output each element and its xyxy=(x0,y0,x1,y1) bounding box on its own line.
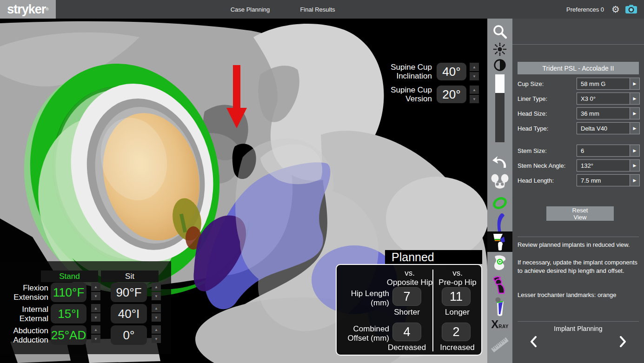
hip-length-opposite-caption: Shorter xyxy=(381,308,433,317)
flexion-sit-down-button[interactable]: ▼ xyxy=(152,292,161,300)
chevron-right-icon[interactable]: ▶ xyxy=(630,93,639,104)
hip-length-preop-caption: Longer xyxy=(435,308,479,317)
version-down-button[interactable]: ▼ xyxy=(470,95,479,103)
gear-icon[interactable]: ⚙ xyxy=(611,0,620,19)
head-length-label: Head Length: xyxy=(518,174,576,186)
rotation-sit-up-button[interactable]: ▲ xyxy=(152,304,161,312)
supine-inclination-stepper: ▲ ▼ xyxy=(470,63,479,80)
flexion-stand-stepper: ▲ ▼ xyxy=(91,283,100,300)
pelvis-icon[interactable] xyxy=(487,172,512,192)
previous-step-button[interactable] xyxy=(526,335,540,349)
abduction-stand-up-button[interactable]: ▲ xyxy=(91,325,100,334)
instruction-paragraph-2: If necessary, update the implant compone… xyxy=(518,258,637,275)
tab-case-planning[interactable]: Case Planning xyxy=(215,0,285,19)
panel-divider-bottom xyxy=(518,321,639,322)
abduction-sit-value: 0° xyxy=(111,325,147,345)
3d-viewport: Supine Cup Inclination 40° ▲ ▼ Supine Cu… xyxy=(0,19,487,363)
opacity-slider-handle[interactable] xyxy=(495,74,505,93)
panel-divider-middle xyxy=(518,237,639,237)
next-step-button[interactable] xyxy=(616,335,630,349)
step-title: Implant Planning xyxy=(512,325,644,332)
flexion-stand-value: 110°F xyxy=(51,283,86,302)
liner-type-label: Liner Type: xyxy=(518,92,576,105)
app-root: stryker® Case Planning Final Results Pre… xyxy=(0,0,644,363)
pose-column-stand: Stand xyxy=(41,271,98,282)
flexion-stand-up-button[interactable]: ▲ xyxy=(91,283,100,291)
cup-icon[interactable] xyxy=(487,195,512,211)
reset-view-button[interactable]: Reset View xyxy=(546,206,614,221)
ruler-icon[interactable] xyxy=(487,332,512,358)
opacity-slider[interactable] xyxy=(495,74,505,142)
top-bar: stryker® Case Planning Final Results Pre… xyxy=(0,0,644,19)
inclination-down-button[interactable]: ▼ xyxy=(470,72,479,80)
hip-capsule-icon[interactable] xyxy=(487,275,512,296)
stem-femur-icon[interactable] xyxy=(487,297,512,317)
reduced-hip-icon-selected[interactable] xyxy=(487,231,512,252)
abduction-sit-stepper: ▲ ▼ xyxy=(152,325,161,343)
chevron-right-icon[interactable]: ▶ xyxy=(630,123,639,134)
rotation-sit-down-button[interactable]: ▼ xyxy=(152,313,161,322)
brightness-icon[interactable] xyxy=(487,42,512,57)
head-size-dropdown[interactable]: 36 mm ▶ xyxy=(577,107,640,119)
chevron-right-icon[interactable]: ▶ xyxy=(630,175,639,186)
xray-icon[interactable]: XRAY xyxy=(487,318,512,331)
supine-version-label: Supine Cup Version xyxy=(388,86,432,103)
rotation-stand-up-button[interactable]: ▲ xyxy=(91,304,100,312)
flexion-sit-value: 90°F xyxy=(111,283,147,302)
supine-version-value: 20° xyxy=(437,86,466,103)
preferences-button[interactable]: Preferences 0 xyxy=(566,0,604,19)
tab-final-results[interactable]: Final Results xyxy=(285,0,351,19)
version-up-button[interactable]: ▲ xyxy=(470,86,479,94)
head-type-dropdown[interactable]: Delta V40 ▶ xyxy=(577,122,640,134)
supine-inclination-label: Supine Cup Inclination xyxy=(388,63,432,80)
cup-placement-icon[interactable] xyxy=(487,254,512,274)
supine-inclination-row: Supine Cup Inclination 40° ▲ ▼ xyxy=(388,63,479,80)
liner-type-dropdown[interactable]: X3 0° ▶ xyxy=(577,92,640,105)
stem-neck-angle-dropdown[interactable]: 132° ▶ xyxy=(577,159,640,172)
stem-icon[interactable] xyxy=(487,213,512,233)
contrast-icon[interactable] xyxy=(487,57,512,73)
abduction-sit-down-button[interactable]: ▼ xyxy=(152,335,161,343)
chevron-right-icon[interactable]: ▶ xyxy=(630,78,639,89)
cup-size-dropdown[interactable]: 58 mm G ▶ xyxy=(577,78,640,90)
combined-offset-preop-caption: Increased xyxy=(435,343,479,352)
head-length-dropdown[interactable]: 7.5 mm ▶ xyxy=(577,174,640,186)
instruction-paragraph-3: Lesser trochanter landmarks: orange xyxy=(518,291,637,299)
rotation-sit-stepper: ▲ ▼ xyxy=(152,304,161,322)
stem-size-dropdown[interactable]: 6 ▶ xyxy=(577,145,640,157)
rotation-stand-down-button[interactable]: ▼ xyxy=(91,313,100,322)
chevron-right-icon[interactable]: ▶ xyxy=(630,145,639,156)
stryker-logo: stryker® xyxy=(0,0,56,19)
hip-length-preop-value: 11 xyxy=(442,287,471,306)
supine-version-stepper: ▲ ▼ xyxy=(470,86,479,103)
pose-column-sit: Sit xyxy=(101,271,159,282)
rotation-stand-stepper: ▲ ▼ xyxy=(91,304,100,322)
rotation-sit-value: 40°I xyxy=(111,304,147,323)
undo-icon[interactable] xyxy=(487,153,512,171)
panel-divider-top xyxy=(512,44,644,45)
vs-preop-hip-header: vs. Pre-op Hip xyxy=(435,269,480,287)
abduction-sit-up-button[interactable]: ▲ xyxy=(152,325,161,334)
camera-icon[interactable] xyxy=(625,5,637,16)
supine-inclination-value: 40° xyxy=(437,63,466,80)
inclination-up-button[interactable]: ▲ xyxy=(470,63,479,71)
rotation-stand-value: 15°I xyxy=(51,304,86,323)
stem-neck-angle-label: Stem Neck Angle: xyxy=(518,159,576,172)
planned-panel: vs. Opposite Hip vs. Pre-op Hip Hip Leng… xyxy=(336,264,482,356)
vs-opposite-hip-header: vs. Opposite Hip xyxy=(381,269,438,287)
implant-panel: Trident PSL - Accolade II Cup Size: 58 m… xyxy=(512,19,644,363)
supine-version-row: Supine Cup Version 20° ▲ ▼ xyxy=(388,86,479,103)
stem-size-label: Stem Size: xyxy=(518,145,576,157)
abduction-stand-down-button[interactable]: ▼ xyxy=(91,335,100,343)
brand-text: stryker xyxy=(7,2,46,17)
abduction-stand-stepper: ▲ ▼ xyxy=(91,325,100,343)
implant-system-header[interactable]: Trident PSL - Accolade II xyxy=(518,62,639,74)
flexion-sit-up-button[interactable]: ▲ xyxy=(152,283,161,291)
flexion-sit-stepper: ▲ ▼ xyxy=(152,283,161,300)
chevron-right-icon[interactable]: ▶ xyxy=(630,108,639,119)
search-icon[interactable] xyxy=(487,22,512,42)
chevron-right-icon[interactable]: ▶ xyxy=(630,160,639,171)
flexion-stand-down-button[interactable]: ▼ xyxy=(91,292,100,300)
internal-external-label: Internal External xyxy=(0,304,48,323)
cup-size-label: Cup Size: xyxy=(518,78,576,90)
